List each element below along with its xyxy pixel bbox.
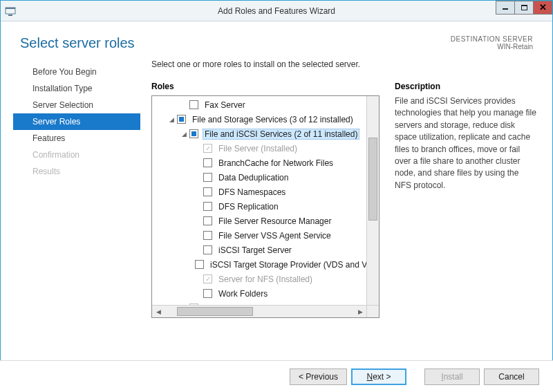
description-panel-title: Description	[395, 82, 537, 91]
tree-node[interactable]: ◢File and Storage Services (3 of 12 inst…	[152, 112, 366, 127]
close-button[interactable]: ✕	[533, 1, 552, 15]
minimize-button[interactable]	[496, 1, 515, 15]
checkbox[interactable]	[177, 115, 186, 124]
vertical-scrollbar[interactable]	[366, 96, 379, 305]
checkbox[interactable]	[203, 216, 212, 225]
tree-node-label: iSCSI Target Server	[216, 245, 294, 256]
minimize-icon	[503, 8, 508, 10]
tree-node[interactable]: File Server VSS Agent Service	[152, 228, 366, 243]
scroll-right-icon[interactable]: ▶	[354, 306, 366, 318]
checkbox[interactable]	[203, 231, 212, 240]
checkbox[interactable]	[189, 129, 198, 138]
nav-item-results: Results	[13, 163, 140, 180]
instruction-text: Select one or more roles to install on t…	[151, 59, 537, 69]
tree-node[interactable]: iSCSI Target Server	[152, 243, 366, 257]
svg-rect-2	[8, 15, 12, 16]
destination-label: DESTINATION SERVER	[451, 35, 533, 43]
tree-node[interactable]: File Server Resource Manager	[152, 214, 366, 228]
tree-node[interactable]: DFS Namespaces	[152, 185, 366, 199]
scroll-corner	[366, 305, 379, 317]
checkbox[interactable]	[203, 202, 212, 211]
checkbox[interactable]	[203, 173, 212, 182]
tree-node-label: File Server VSS Agent Service	[216, 230, 333, 241]
nav-item-confirmation: Confirmation	[13, 147, 140, 163]
scroll-left-icon[interactable]: ◀	[152, 306, 165, 318]
tree-node[interactable]: Data Deduplication	[152, 170, 366, 185]
tree-node-label: iSCSI Target Storage Provider (VDS and V…	[208, 259, 366, 270]
tree-node-label: BranchCache for Network Files	[216, 158, 335, 169]
tree-node-label: File and iSCSI Services (2 of 11 install…	[203, 129, 359, 140]
tree-node-label: Data Deduplication	[216, 172, 290, 183]
previous-button[interactable]: < Previous	[290, 368, 347, 385]
tree-node: Server for NFS (Installed)	[152, 272, 366, 286]
checkbox[interactable]	[189, 100, 198, 109]
tree-node-label: Server for NFS (Installed)	[216, 274, 315, 285]
vertical-scroll-thumb[interactable]	[368, 138, 377, 221]
nav-item-server-selection[interactable]: Server Selection	[13, 97, 140, 113]
tree-node-label: DFS Namespaces	[216, 187, 288, 198]
tree-node-label: Work Folders	[216, 288, 270, 299]
tree-node[interactable]: ◢File and iSCSI Services (2 of 11 instal…	[152, 127, 366, 141]
nav-item-installation-type[interactable]: Installation Type	[13, 80, 140, 97]
checkbox[interactable]	[203, 245, 212, 254]
description-text: File and iSCSI Services provides technol…	[395, 95, 537, 192]
destination-server-name: WIN-Retain	[451, 43, 533, 50]
app-icon	[1, 1, 20, 21]
next-button[interactable]: Next >	[351, 368, 406, 385]
maximize-button[interactable]	[514, 1, 534, 15]
tree-node[interactable]: DFS Replication	[152, 199, 366, 214]
window-titlebar: Add Roles and Features Wizard ✕	[1, 1, 552, 21]
wizard-header: Select server roles DESTINATION SERVER W…	[1, 21, 552, 57]
nav-item-features[interactable]: Features	[13, 130, 140, 147]
tree-node-label: File and Storage Services (3 of 12 insta…	[190, 114, 355, 125]
maximize-icon	[521, 5, 527, 10]
tree-node-label: DFS Replication	[216, 201, 281, 212]
tree-node[interactable]: iSCSI Target Storage Provider (VDS and V…	[152, 257, 366, 272]
checkbox[interactable]	[195, 260, 204, 269]
page-title: Select server roles	[20, 35, 135, 51]
tree-node[interactable]: Fax Server	[152, 97, 366, 112]
expander-icon[interactable]: ◢	[167, 116, 176, 123]
cancel-button[interactable]: Cancel	[484, 368, 539, 385]
checkbox[interactable]	[203, 187, 212, 196]
checkbox	[203, 274, 212, 283]
roles-tree[interactable]: Fax Server◢File and Storage Services (3 …	[151, 95, 379, 318]
checkbox	[203, 144, 212, 153]
checkbox[interactable]	[203, 289, 212, 298]
expander-icon[interactable]: ◢	[180, 131, 188, 138]
nav-item-before-you-begin[interactable]: Before You Begin	[13, 64, 140, 80]
wizard-nav: Before You BeginInstallation TypeServer …	[13, 59, 140, 318]
close-icon: ✕	[539, 3, 547, 12]
destination-block: DESTINATION SERVER WIN-Retain	[451, 35, 533, 50]
svg-rect-1	[6, 8, 15, 9]
nav-item-server-roles[interactable]: Server Roles	[13, 113, 140, 130]
tree-node: File Server (Installed)	[152, 141, 366, 156]
horizontal-scroll-thumb[interactable]	[177, 307, 253, 316]
roles-panel-title: Roles	[151, 82, 379, 91]
tree-node-label: File Server Resource Manager	[216, 216, 333, 227]
wizard-footer: < Previous Next > Install Cancel	[0, 360, 553, 392]
install-button: Install	[424, 368, 480, 385]
window-title: Add Roles and Features Wizard	[1, 6, 552, 16]
tree-node[interactable]: BranchCache for Network Files	[152, 156, 366, 170]
tree-node-label: Fax Server	[203, 100, 247, 111]
checkbox[interactable]	[203, 158, 212, 167]
tree-node-label: File Server (Installed)	[216, 143, 299, 154]
tree-node[interactable]: Work Folders	[152, 286, 366, 301]
horizontal-scrollbar[interactable]: ◀ ▶	[152, 305, 366, 317]
